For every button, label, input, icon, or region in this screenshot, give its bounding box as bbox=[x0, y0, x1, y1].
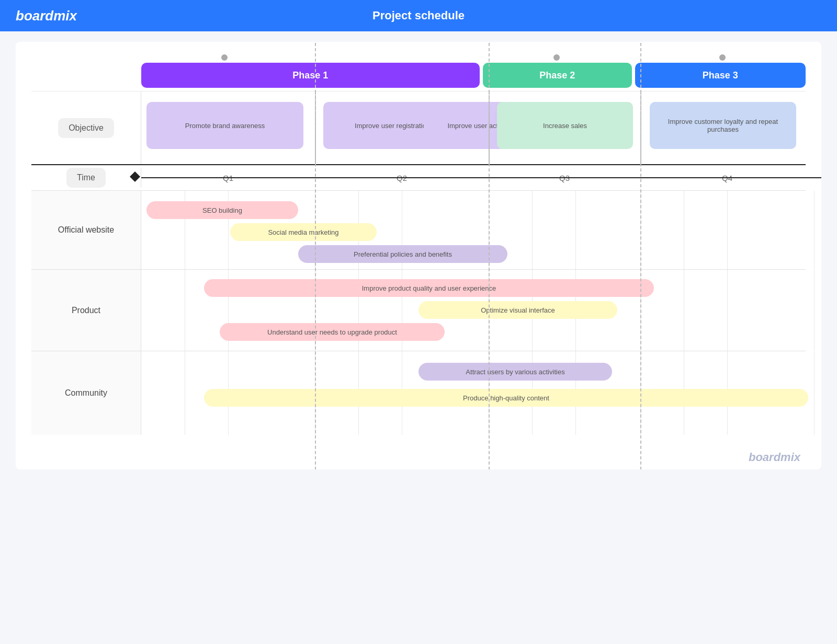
bar-attract-users: Attract users by various activities bbox=[418, 363, 612, 381]
official-website-section: Official website bbox=[31, 190, 806, 269]
chart-wrapper: Phase 1 Phase 2 Phase 3 Objective bbox=[16, 42, 821, 469]
product-label: Product bbox=[31, 270, 141, 351]
time-quarters: Q1 Q2 Q3 Q4 bbox=[141, 174, 814, 182]
objective-row: Objective Promote brand awareness Improv… bbox=[31, 91, 806, 164]
grid-10 bbox=[684, 191, 684, 269]
bar-preferential: Preferential policies and benefits bbox=[298, 245, 507, 263]
full-vline-q2 bbox=[489, 42, 490, 469]
timeline-line bbox=[141, 177, 821, 178]
svg-marker-0 bbox=[130, 171, 140, 182]
phase1-band: Phase 1 bbox=[141, 63, 480, 88]
grid-11 bbox=[727, 191, 728, 269]
app-logo: boardmix bbox=[16, 8, 77, 24]
official-website-body: SEO building Social media marketing Pref… bbox=[141, 191, 806, 269]
pg-12 bbox=[814, 270, 815, 351]
app-wrapper: boardmix Project schedule Phase 1 Phase … bbox=[0, 0, 837, 469]
official-website-label: Official website bbox=[31, 191, 141, 269]
bar-produce-content: Produce high-quality content bbox=[204, 389, 808, 407]
obj-card-4: Increase sales bbox=[497, 102, 633, 149]
time-row: Time Q1 Q2 Q3 Q4 bbox=[31, 164, 806, 190]
dot-q4 bbox=[719, 54, 726, 61]
pg-1 bbox=[185, 270, 185, 351]
objective-cells: Promote brand awareness Improve user reg… bbox=[141, 91, 806, 164]
phase3-band: Phase 3 bbox=[635, 63, 806, 88]
pg-10 bbox=[684, 270, 684, 351]
community-label: Community bbox=[31, 351, 141, 435]
grid-8 bbox=[575, 191, 576, 269]
dot-q3 bbox=[553, 54, 560, 61]
chart-container: Phase 1 Phase 2 Phase 3 Objective bbox=[16, 42, 821, 445]
product-section: Product bbox=[31, 269, 806, 351]
community-body: Attract users by various activities Prod… bbox=[141, 351, 806, 435]
header: boardmix Project schedule bbox=[0, 0, 837, 31]
bar-social-media: Social media marketing bbox=[230, 223, 377, 241]
watermark: boardmix bbox=[16, 445, 821, 469]
cg-1 bbox=[185, 351, 185, 435]
dot-q1 bbox=[221, 54, 228, 61]
bar-seo-building: SEO building bbox=[146, 201, 298, 219]
full-vline-q1 bbox=[315, 42, 316, 469]
bar-understand-user: Understand user needs to upgrade product bbox=[220, 323, 445, 341]
grid-7 bbox=[532, 191, 533, 269]
page-title: Project schedule bbox=[372, 9, 465, 22]
community-section: Community bbox=[31, 351, 806, 435]
grid-12 bbox=[814, 191, 815, 269]
time-box: Time bbox=[66, 168, 106, 188]
arrow-left bbox=[130, 171, 140, 184]
time-label: Time bbox=[31, 168, 141, 188]
pg-11 bbox=[727, 270, 728, 351]
product-body: Improve product quality and user experie… bbox=[141, 270, 806, 351]
phase-header-row: Phase 1 Phase 2 Phase 3 bbox=[141, 63, 806, 88]
obj-card-5: Improve customer loyalty and repeat purc… bbox=[650, 102, 796, 149]
full-vline-q3 bbox=[640, 42, 641, 469]
cg-12 bbox=[814, 351, 815, 435]
bar-optimize-visual: Optimize visual interface bbox=[418, 301, 617, 319]
obj-card-1: Promote brand awareness bbox=[146, 102, 303, 149]
bar-improve-product: Improve product quality and user experie… bbox=[204, 279, 654, 297]
objective-label: Objective bbox=[31, 91, 141, 164]
objective-box: Objective bbox=[58, 118, 114, 138]
phase2-band: Phase 2 bbox=[483, 63, 632, 88]
